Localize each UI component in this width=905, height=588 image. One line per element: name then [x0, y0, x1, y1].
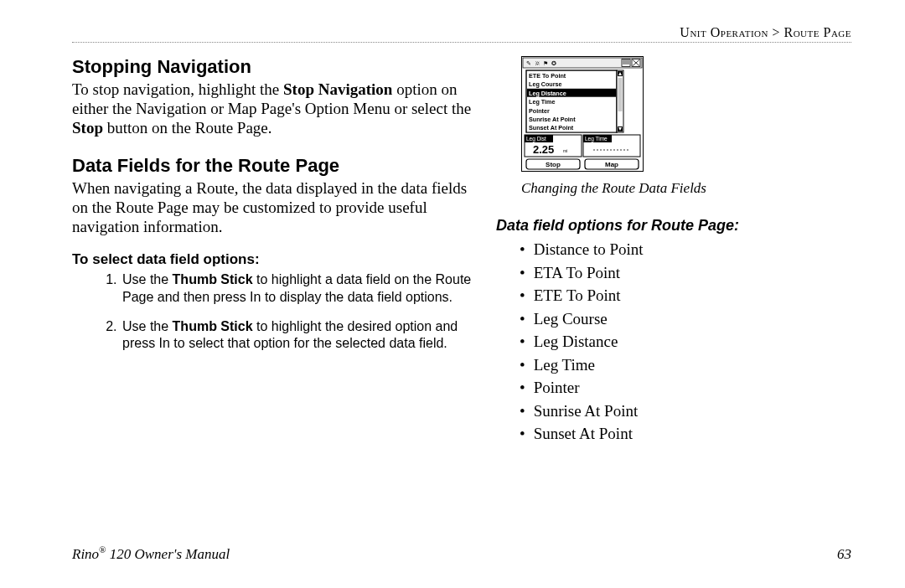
figure-caption: Changing the Route Data Fields [521, 180, 851, 197]
svg-text:Stop: Stop [546, 161, 561, 168]
option-item: Sunset At Point [520, 422, 851, 446]
svg-text:✎: ✎ [526, 60, 531, 66]
svg-text:ETE To Point: ETE To Point [529, 72, 566, 80]
option-item: Pointer [520, 376, 851, 400]
heading-select-options: To select data field options: [72, 251, 474, 268]
footer-product: Rino® 120 Owner's Manual [72, 544, 230, 563]
svg-text:Sunset At Point: Sunset At Point [529, 124, 574, 132]
header-rule [72, 42, 851, 43]
svg-text:Sunrise At Point: Sunrise At Point [529, 116, 576, 123]
svg-text:⚑: ⚑ [543, 60, 548, 66]
svg-text:⛭: ⛭ [535, 60, 540, 66]
svg-text:Leg Distance: Leg Distance [529, 90, 566, 97]
page-footer: Rino® 120 Owner's Manual 63 [72, 544, 851, 563]
page-number: 63 [837, 546, 851, 563]
svg-text:Leg Dist: Leg Dist [526, 136, 546, 142]
option-item: Sunrise At Point [520, 400, 851, 423]
option-item: Leg Time [520, 353, 851, 377]
option-item: ETE To Point [520, 284, 851, 307]
heading-data-field-options: Data field options for Route Page: [496, 217, 851, 235]
step-2: Use the Thumb Stick to highlight the des… [121, 318, 474, 353]
option-item: ETA To Point [520, 261, 851, 285]
option-item: Leg Distance [520, 330, 851, 353]
option-item: Distance to Point [520, 238, 851, 261]
option-item: Leg Course [520, 307, 851, 331]
svg-text:Leg Course: Leg Course [529, 80, 562, 88]
body-data-fields: When navigating a Route, the data displa… [72, 178, 474, 237]
svg-text:✪: ✪ [551, 60, 556, 66]
heading-stop-nav: Stopping Navigation [72, 56, 474, 78]
device-screenshot-icon: ✎⛭⚑✪ [521, 56, 644, 172]
breadcrumb-section: Unit Operation [680, 25, 768, 39]
steps-list: Use the Thumb Stick to highlight a data … [112, 271, 474, 353]
svg-text:2.25: 2.25 [533, 143, 554, 156]
svg-rect-19 [618, 78, 623, 111]
svg-text:Pointer: Pointer [529, 107, 550, 115]
svg-text:Map: Map [605, 161, 618, 168]
breadcrumb-sep: > [772, 25, 780, 39]
svg-text:Leg Time: Leg Time [529, 98, 555, 106]
breadcrumb-page: Route Page [783, 25, 851, 39]
heading-data-fields: Data Fields for the Route Page [72, 155, 474, 177]
options-list: Distance to PointETA To PointETE To Poin… [520, 238, 851, 446]
step-1: Use the Thumb Stick to highlight a data … [121, 271, 474, 307]
body-stop-nav: To stop navigation, highlight the Stop N… [72, 80, 474, 138]
breadcrumb: Unit Operation > Route Page [72, 25, 851, 40]
svg-text:Leg Time: Leg Time [585, 136, 608, 142]
svg-text:mi: mi [563, 148, 567, 153]
